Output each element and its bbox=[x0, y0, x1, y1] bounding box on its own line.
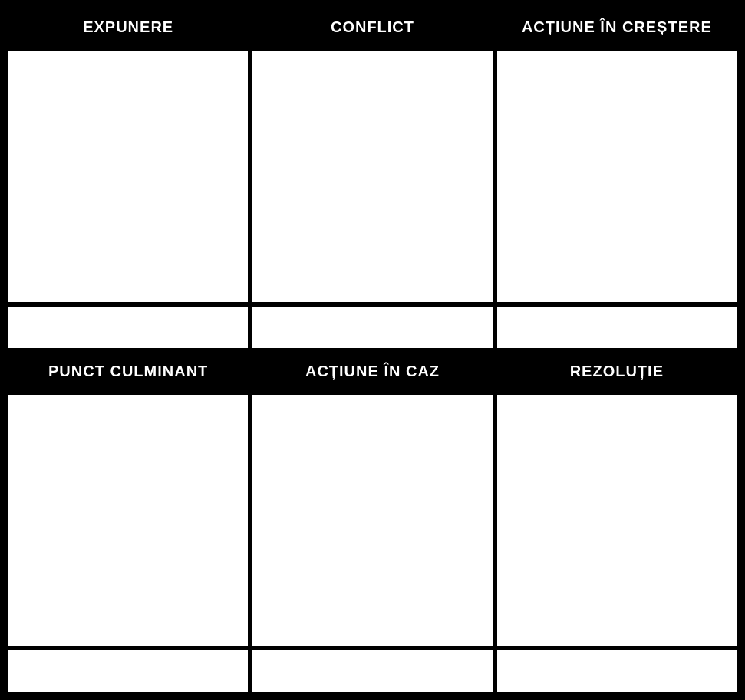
content-punct-culminant-small[interactable] bbox=[6, 648, 250, 694]
header-expunere: EXPUNERE bbox=[6, 6, 250, 48]
content-punct-culminant-large[interactable] bbox=[6, 393, 250, 649]
content-expunere-small[interactable] bbox=[6, 304, 250, 350]
content-actiune-caz-large[interactable] bbox=[250, 393, 494, 649]
story-grid: EXPUNERE CONFLICT ACȚIUNE ÎN CREȘTERE PU… bbox=[0, 0, 745, 700]
content-expunere-large[interactable] bbox=[6, 48, 250, 304]
content-actiune-caz-small[interactable] bbox=[250, 648, 494, 694]
content-actiune-crestere-small[interactable] bbox=[495, 304, 739, 350]
content-conflict-large[interactable] bbox=[250, 48, 494, 304]
header-punct-culminant: PUNCT CULMINANT bbox=[6, 350, 250, 393]
header-actiune-crestere: ACȚIUNE ÎN CREȘTERE bbox=[495, 6, 739, 48]
content-actiune-crestere-large[interactable] bbox=[495, 48, 739, 304]
header-rezolutie: REZOLUȚIE bbox=[495, 350, 739, 393]
header-actiune-caz: ACȚIUNE ÎN CAZ bbox=[250, 350, 494, 393]
content-conflict-small[interactable] bbox=[250, 304, 494, 350]
content-rezolutie-large[interactable] bbox=[495, 393, 739, 649]
header-conflict: CONFLICT bbox=[250, 6, 494, 48]
content-rezolutie-small[interactable] bbox=[495, 648, 739, 694]
